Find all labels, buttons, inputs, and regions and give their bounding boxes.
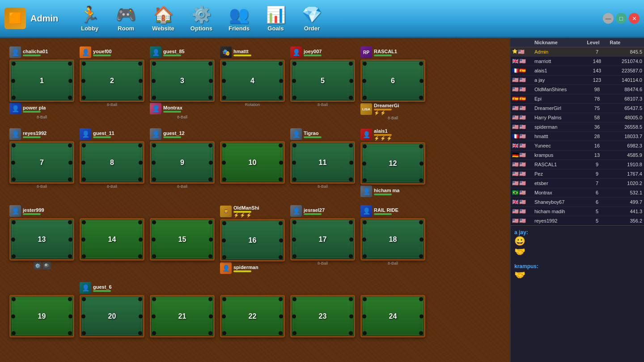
player-row[interactable]: 🇬🇧🇺🇸Shaneyboy676499.7 (511, 198, 644, 207)
pool-table-18[interactable]: 18 (360, 218, 425, 261)
player-nickname: hmattt (533, 132, 585, 141)
chat-emoji-smile: 😀 (514, 236, 640, 246)
avatar-reyes1992: 👤 (9, 128, 21, 140)
pool-table-17[interactable]: 17 (290, 218, 355, 261)
goals-icon: 📊 (266, 5, 286, 24)
player-row[interactable]: 🇺🇸🇺🇸a jay123140114.0 (511, 76, 644, 85)
player-row[interactable]: 🇺🇸🇺🇸DreamerGirl7565437.5 (511, 104, 644, 113)
player-rate: 18033.7 (609, 132, 644, 141)
pool-table-5[interactable]: 5 (290, 59, 355, 102)
player-row[interactable]: 🇺🇸🇺🇸RASCAL191910.8 (511, 160, 644, 169)
user-name: Admin (30, 13, 58, 24)
player-level: 9 (585, 160, 608, 169)
player-row[interactable]: 🇬🇧🇺🇸marriott148251074.0 (511, 57, 644, 66)
minimize-button[interactable]: — (603, 13, 614, 24)
nav-goals[interactable]: 📊 Goals (266, 5, 286, 32)
game-area[interactable]: 👤 chalicha01 1 👤 power pla 8-Ball (0, 38, 510, 362)
player-nickname: Montrax (533, 188, 585, 198)
pool-table-1[interactable]: 1 (9, 59, 74, 102)
player-info-1: 👤 chalicha01 (9, 46, 74, 58)
nav-lobby[interactable]: 🏃 Lobby (80, 5, 100, 32)
pool-table-3[interactable]: 3 (150, 59, 215, 102)
player-row[interactable]: ⭐🇺🇸Admin7845.5 (511, 47, 644, 57)
player-info-12: 👤 alais1⚡⚡⚡ (360, 128, 425, 141)
nav-order[interactable]: 💎 Order (302, 5, 322, 32)
avatar-jester999: 👤 (9, 205, 21, 217)
pool-table-20[interactable]: 20 (80, 295, 144, 337)
pool-table-9[interactable]: 9 (150, 141, 215, 184)
restore-button[interactable]: □ (616, 13, 627, 24)
pool-table-2[interactable]: 2 (80, 59, 144, 102)
table-cell-19: 19 (9, 282, 74, 337)
player-rate: 68107.3 (609, 94, 644, 104)
pool-table-24[interactable]: 24 (360, 295, 425, 337)
pool-table-6[interactable]: 6 (360, 59, 425, 102)
order-icon: 💎 (302, 5, 322, 24)
player-level: 6 (585, 188, 608, 198)
player-row[interactable]: 🇺🇸🇺🇸etsber71020.2 (511, 179, 644, 188)
player-rate: 88474.6 (609, 85, 644, 94)
player-level: 5 (585, 207, 608, 216)
table-row-4: 19 👤 guest_6 20 (7, 280, 503, 339)
avatar-tigrao: 👤 (290, 128, 302, 140)
player-row[interactable]: 🇬🇧🇺🇸Yuneec166982.3 (511, 141, 644, 151)
player-row[interactable]: 🇺🇸🇺🇸Pez91767.4 (511, 169, 644, 179)
pool-table-7[interactable]: 7 (9, 141, 74, 184)
player-row[interactable]: 🇺🇸🇺🇸OldManShines9888474.6 (511, 85, 644, 94)
pool-table-21[interactable]: 21 (150, 295, 215, 337)
nav-website[interactable]: 🏠 Website (152, 5, 174, 32)
pool-table-14[interactable]: 14 (80, 218, 144, 261)
extra-icon-2: 🎱 (42, 261, 51, 269)
player-flags: 🇺🇸🇺🇸 (511, 216, 533, 226)
player-row[interactable]: 🇫🇷🇺🇸hmattt2818033.7 (511, 132, 644, 141)
pool-table-8[interactable]: 8 (80, 141, 144, 184)
pool-table-4[interactable]: 4 (220, 59, 285, 102)
player-row[interactable]: 🇩🇪🇺🇸krampus134585.9 (511, 151, 644, 160)
player-level: 5 (585, 216, 608, 226)
close-button[interactable]: ✕ (629, 13, 640, 24)
player-info-6: RP RASCAL1 (360, 46, 425, 58)
player-flags: 🇬🇧🇺🇸 (511, 198, 533, 207)
pool-table-23[interactable]: 23 (290, 295, 355, 337)
extra-icon-1: ⚙️ (34, 261, 42, 269)
player-row[interactable]: 🇺🇸🇺🇸hicham madih5441.3 (511, 207, 644, 216)
table-cell-13: 👤 jester999 13 ⚙️ 🎱 (9, 205, 74, 274)
main-content: 👤 chalicha01 1 👤 power pla 8-Ball (0, 38, 644, 362)
player-row[interactable]: 🇺🇸🇺🇸reyes19925356.2 (511, 216, 644, 226)
col-level: Level (585, 38, 608, 47)
pool-table-10[interactable]: 10 (220, 141, 285, 184)
pool-table-22[interactable]: 22 (220, 295, 285, 337)
nav-options[interactable]: ⚙️ Options (191, 5, 212, 32)
player-nickname: reyes1992 (533, 216, 585, 226)
player-row[interactable]: 🇺🇸🇺🇸spiderman3626558.5 (511, 122, 644, 132)
table-cell-20: 👤 guest_6 20 (80, 282, 144, 337)
pool-table-15[interactable]: 15 (150, 218, 215, 261)
player-row[interactable]: 🇪🇸🇪🇸Epi7868107.3 (511, 94, 644, 104)
pool-table-16[interactable]: 16 (220, 219, 285, 261)
nav-room[interactable]: 🎮 Room (116, 5, 136, 32)
player-info-20: 👤 guest_6 (80, 282, 144, 294)
player-list[interactable]: Nickname Level Rate ⭐🇺🇸Admin7845.5🇬🇧🇺🇸ma… (511, 38, 644, 226)
player-row[interactable]: 🇧🇷🇺🇸Montrax6532.1 (511, 188, 644, 198)
player-rate: 251074.0 (609, 57, 644, 66)
table-cell-23: 23 (290, 282, 355, 337)
pool-table-11[interactable]: 11 (290, 141, 355, 184)
player-info-16: 🦁 OldManShi⚡⚡⚡ (220, 205, 285, 218)
pool-table-13[interactable]: 13 (9, 218, 74, 261)
pool-table-19[interactable]: 19 (9, 295, 74, 337)
table-cell-14: 14 (80, 205, 144, 274)
table-cell-18: 👤 RAIL RIDE 18 8-Ball (360, 205, 425, 274)
nav-friends[interactable]: 👥 Friends (229, 5, 250, 32)
player-info-11: 👤 Tigrao (290, 128, 355, 140)
player-level: 143 (585, 66, 608, 76)
player-flags: 🇪🇸🇪🇸 (511, 94, 533, 104)
player-level: 7 (585, 47, 608, 57)
player-rate: 140114.0 (609, 76, 644, 85)
player-row[interactable]: 🇺🇸🇺🇸Harry Palms5848005.0 (511, 113, 644, 122)
pool-table-12[interactable]: 12 (360, 142, 425, 185)
player-info-18: 👤 RAIL RIDE (360, 205, 425, 217)
player-row[interactable]: 🇫🇷🇪🇸alais1143223587.0 (511, 66, 644, 76)
avatar-guest11: 👤 (80, 128, 91, 140)
player-info-13: 👤 jester999 (9, 205, 74, 217)
avatar-jesrael27: 👤 (290, 205, 302, 217)
